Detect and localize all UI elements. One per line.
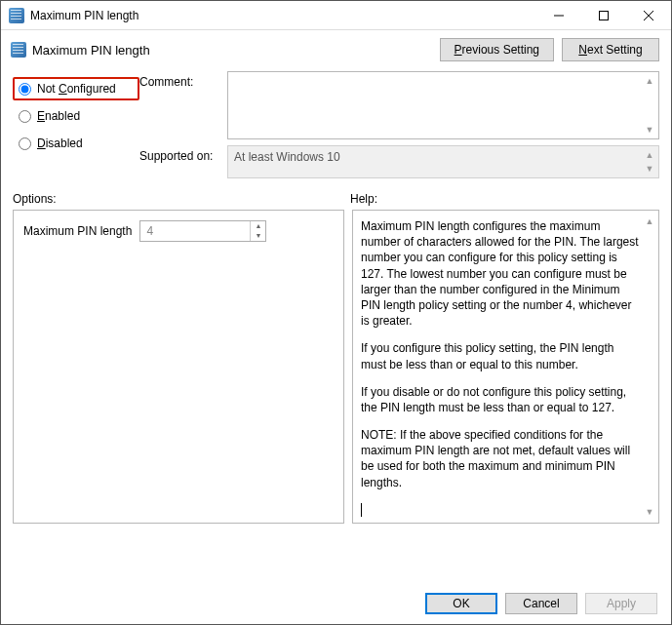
scrollbar: ▲ ▼ (643, 148, 656, 176)
maximize-button[interactable] (581, 1, 626, 30)
titlebar: Maximum PIN length (1, 1, 671, 30)
help-paragraph: NOTE: If the above specified conditions … (361, 427, 641, 490)
help-paragraph: Maximum PIN length configures the maximu… (361, 218, 641, 329)
options-section-label: Options: (13, 192, 350, 206)
scrollbar[interactable]: ▲ ▼ (643, 74, 656, 137)
ok-button[interactable]: OK (425, 593, 497, 614)
policy-icon (9, 8, 24, 23)
svg-rect-1 (600, 11, 609, 20)
close-button[interactable] (626, 1, 671, 30)
radio-enabled-label: Enabled (37, 109, 80, 123)
help-panel[interactable]: Maximum PIN length configures the maximu… (352, 210, 659, 524)
window-title: Maximum PIN length (30, 9, 138, 22)
help-section-label: Help: (350, 192, 377, 206)
radio-enabled[interactable]: Enabled (13, 104, 139, 128)
comment-label: Comment: (139, 71, 227, 89)
close-icon (644, 11, 653, 20)
minimize-icon (554, 11, 564, 20)
dialog-footer: OK Cancel Apply (425, 593, 657, 614)
spinner-down-icon[interactable]: ▼ (251, 231, 265, 241)
scroll-up-icon: ▲ (643, 74, 656, 88)
radio-disabled[interactable]: Disabled (13, 132, 139, 155)
radio-disabled-input[interactable] (19, 137, 31, 150)
scroll-up-icon: ▲ (643, 148, 656, 162)
state-radios: Not Configured Enabled Disabled (13, 71, 139, 178)
max-pin-length-spinner[interactable]: 4 ▲ ▼ (139, 220, 266, 242)
header-row: Maximum PIN length Previous Setting Next… (1, 30, 671, 71)
supported-on-label: Supported on: (139, 145, 227, 163)
supported-on-value: At least Windows 10 (234, 150, 340, 164)
text-cursor (361, 503, 362, 517)
scrollbar[interactable]: ▲ ▼ (643, 215, 656, 519)
supported-on-box: At least Windows 10 ▲ ▼ (227, 145, 659, 178)
scroll-up-icon: ▲ (643, 215, 656, 228)
options-panel: Maximum PIN length 4 ▲ ▼ (13, 210, 344, 524)
option-max-pin-label: Maximum PIN length (23, 224, 132, 238)
radio-not-configured-label: Not Configured (37, 82, 116, 96)
comment-textarea[interactable]: ▲ ▼ (227, 71, 659, 139)
scroll-down-icon: ▼ (643, 505, 656, 519)
help-paragraph: If you configure this policy setting, th… (361, 340, 641, 371)
radio-enabled-input[interactable] (19, 110, 31, 123)
spinner-up-icon[interactable]: ▲ (251, 221, 265, 231)
minimize-button[interactable] (536, 1, 581, 30)
radio-not-configured[interactable]: Not Configured (13, 77, 139, 100)
policy-title: Maximum PIN length (32, 43, 150, 58)
scroll-down-icon: ▼ (643, 123, 656, 137)
maximize-icon (599, 11, 609, 20)
help-paragraph: If you disable or do not configure this … (361, 384, 641, 415)
apply-button: Apply (585, 593, 657, 614)
next-setting-button[interactable]: Next Setting (562, 38, 659, 61)
radio-not-configured-input[interactable] (19, 83, 31, 96)
max-pin-length-value: 4 (140, 224, 250, 238)
previous-setting-button[interactable]: Previous Setting (440, 38, 554, 61)
cancel-button[interactable]: Cancel (505, 593, 577, 614)
scroll-down-icon: ▼ (643, 162, 656, 176)
radio-disabled-label: Disabled (37, 137, 83, 150)
policy-icon (11, 42, 26, 58)
